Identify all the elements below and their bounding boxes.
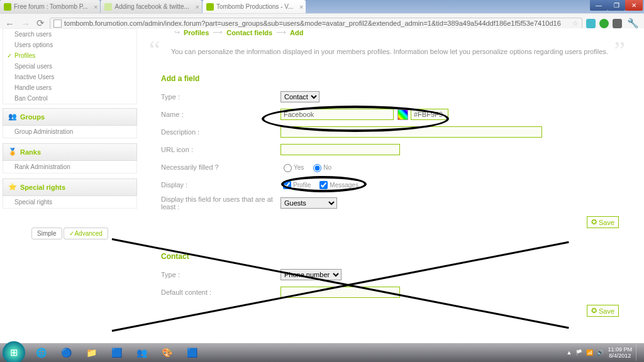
default-content-input[interactable] (280, 287, 400, 298)
display-level-select[interactable]: Guests (280, 197, 337, 209)
sidebar-item-group-admin[interactable]: Group Administration (3, 126, 137, 138)
description-input[interactable] (280, 126, 542, 138)
tab-favicon (206, 3, 214, 11)
ranks-label: Ranks (20, 148, 41, 156)
name-input[interactable] (280, 109, 394, 120)
label-urlicon: URL icon : (161, 146, 280, 153)
display-profile-check[interactable] (283, 181, 291, 189)
quote-open-icon: “ (149, 35, 160, 65)
sidebar-item[interactable]: Special users (3, 61, 136, 72)
sidebar-head-rights[interactable]: ⭐ Special rights (3, 178, 137, 196)
wrench-icon[interactable]: 🔧 (626, 18, 640, 29)
sidebar-item-rank-admin[interactable]: Rank Administration (3, 161, 137, 173)
section-add-field: Add a field (152, 68, 631, 88)
label-display-level: Display this field for users that are at… (161, 195, 280, 211)
nav-back[interactable]: ← (4, 18, 16, 29)
window-close[interactable]: ✕ (625, 0, 643, 11)
label-type2: Type : (161, 271, 280, 278)
extension-icon-2[interactable] (599, 19, 609, 28)
display-messages-check[interactable] (319, 181, 328, 189)
necess-no-radio[interactable] (313, 164, 321, 172)
window-maximize[interactable]: ❐ (608, 0, 625, 11)
sidebar-head-groups[interactable]: 👥 Groups (3, 108, 137, 126)
save-button-2[interactable]: ✪ Save (587, 305, 619, 317)
save-label: Save (599, 219, 614, 226)
section-contact: Contact (152, 246, 631, 266)
rights-label: Special rights (20, 184, 65, 191)
ranks-icon: 🏅 (8, 148, 17, 156)
save-icon: ✪ (591, 218, 597, 226)
intro-text: You can personalize the information disp… (171, 48, 608, 55)
extension-icon-1[interactable] (586, 19, 596, 28)
tab-close-icon[interactable]: × (195, 3, 199, 11)
label-description: Description : (161, 128, 280, 136)
color-picker-icon[interactable] (397, 109, 408, 120)
browser-tab[interactable]: Tombomb Productions - V...× (203, 0, 306, 13)
url-text: tombomb.forumotion.com/admin/index.forum… (64, 19, 561, 27)
tab-favicon (4, 3, 11, 11)
type-select[interactable]: Contact (280, 91, 319, 102)
save-button[interactable]: ✪ Save (587, 216, 619, 228)
page-icon (53, 19, 62, 28)
necess-yes-label: Yes (294, 164, 304, 171)
window-minimize[interactable]: — (590, 0, 608, 11)
urlicon-input[interactable] (280, 144, 400, 155)
sidebar-item[interactable]: Profiles (3, 50, 136, 61)
label-name: Name : (161, 111, 280, 118)
browser-tab[interactable]: Free forum : Tombomb P...× (0, 0, 100, 13)
nav-reload[interactable]: ⟳ (35, 18, 46, 29)
breadcrumb-add[interactable]: Add (290, 29, 303, 36)
bookmark-star-icon[interactable]: ☆ (572, 19, 579, 28)
tab-title: Adding facebook & twitte... (114, 3, 189, 10)
sidebar-head-ranks[interactable]: 🏅 Ranks (3, 143, 137, 161)
breadcrumb-arrow: ⟶ (276, 28, 286, 36)
sidebar-item[interactable]: Ban Control (3, 93, 136, 104)
sidebar-item[interactable]: Inactive Users (3, 72, 136, 82)
sidebar-item[interactable]: Handle users (3, 82, 136, 93)
sidebar-item-special-rights[interactable]: Special rights (3, 196, 137, 209)
sidebar-item[interactable]: Search users (3, 29, 136, 40)
label-display: Display : (161, 181, 280, 189)
display-profile-label: Profile (293, 182, 311, 189)
breadcrumb-arrow: ↪ (174, 28, 180, 36)
sidebar-item[interactable]: Users options (3, 40, 136, 50)
extension-icon-3[interactable] (613, 19, 622, 28)
tab-close-icon[interactable]: × (94, 3, 97, 11)
tab-favicon (104, 3, 112, 11)
tab-title: Free forum : Tombomb P... (14, 3, 87, 10)
quote-close-icon: ” (614, 35, 625, 65)
rights-icon: ⭐ (8, 183, 17, 192)
save-icon: ✪ (591, 307, 597, 315)
nav-forward[interactable]: → (19, 18, 31, 29)
type2-select[interactable]: Phone number (280, 269, 341, 280)
color-input[interactable] (411, 109, 448, 120)
breadcrumb-profiles[interactable]: Profiles (184, 29, 209, 36)
browser-tab[interactable]: Adding facebook & twitte...× (101, 0, 201, 13)
url-field[interactable]: tombomb.forumotion.com/admin/index.forum… (50, 18, 582, 30)
label-type: Type : (161, 93, 280, 101)
label-necessarily: Necessarily filled ? (161, 163, 280, 171)
groups-icon: 👥 (8, 112, 17, 121)
label-default-content: Default content : (161, 288, 280, 296)
groups-label: Groups (20, 113, 45, 121)
breadcrumb-arrow: ⟶ (213, 28, 223, 36)
necess-no-label: No (323, 164, 331, 171)
display-messages-label: Messages (330, 182, 358, 189)
tab-title: Tombomb Productions - V... (216, 3, 293, 10)
mode-simple[interactable]: Simple (31, 228, 62, 239)
tab-close-icon[interactable]: × (299, 3, 303, 11)
save-label-2: Save (599, 307, 614, 315)
mode-advanced[interactable]: ✓Advanced (64, 228, 108, 239)
breadcrumb-contact-fields[interactable]: Contact fields (226, 29, 272, 36)
necess-yes-radio[interactable] (284, 164, 292, 172)
